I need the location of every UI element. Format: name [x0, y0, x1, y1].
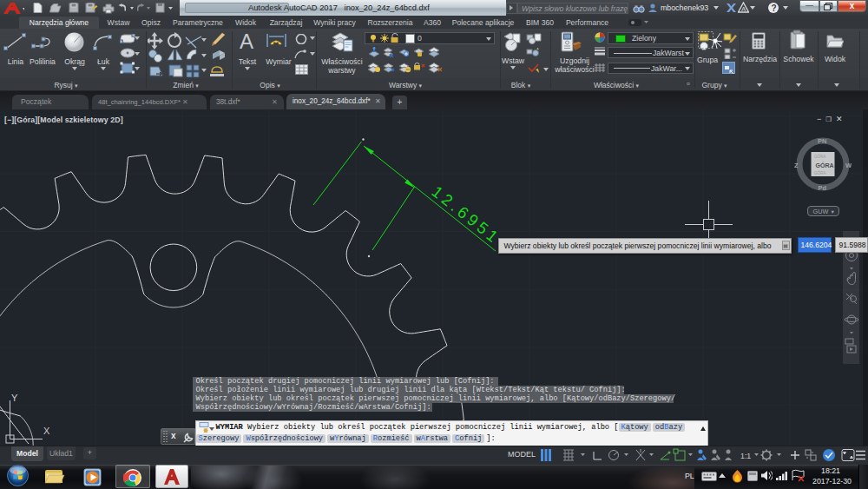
svg-text:Y: Y: [11, 393, 18, 403]
svg-text:12.6951: 12.6951: [429, 182, 504, 248]
svg-text:Pd: Pd: [819, 184, 827, 192]
svg-text:GÓRA: GÓRA: [816, 162, 834, 169]
svg-text:W: W: [845, 162, 852, 169]
svg-text:1:1: 1:1: [740, 452, 751, 460]
svg-text:Z: Z: [794, 162, 799, 169]
svg-text:PN: PN: [818, 137, 826, 145]
svg-text:X: X: [43, 426, 50, 436]
svg-text:GÓRA: GÓRA: [814, 154, 825, 159]
svg-text:?: ?: [772, 3, 777, 13]
svg-text:GÓRA: GÓRA: [814, 170, 825, 175]
svg-text:A: A: [741, 5, 746, 13]
